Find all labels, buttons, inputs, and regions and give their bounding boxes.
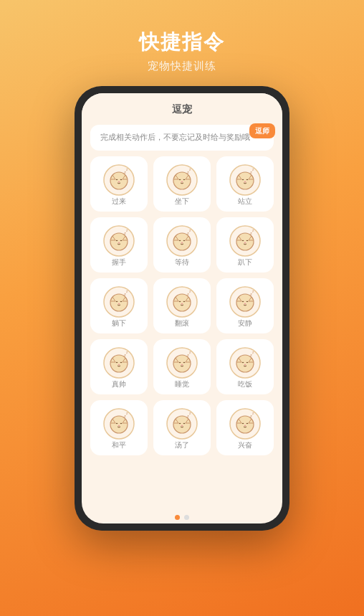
command-label-sit: 坐下 [175, 196, 189, 207]
svg-point-46 [118, 303, 120, 304]
cat-icon-peace: zz [102, 407, 135, 440]
svg-point-43 [110, 294, 128, 311]
cat-icon-come: zz [102, 164, 135, 196]
cat-icon-lie: zz [229, 224, 262, 257]
command-label-peace: 和平 [112, 440, 126, 450]
svg-point-50 [173, 294, 191, 311]
command-label-eat: 吃饭 [238, 379, 252, 389]
svg-point-36 [236, 233, 254, 250]
svg-point-85 [110, 416, 128, 433]
svg-point-4 [118, 181, 120, 182]
cat-icon-eat: zz [229, 346, 262, 379]
page-subtitle: 宠物快捷训练 [139, 60, 225, 73]
svg-point-88 [118, 425, 120, 426]
svg-point-39 [244, 242, 246, 243]
command-label-lie: 趴下 [238, 257, 252, 267]
svg-point-67 [118, 364, 120, 365]
command-item-roll[interactable]: zz翻滚 [153, 278, 211, 333]
cat-icon-sleep: zz [166, 346, 198, 379]
cat-icon-shake: zz [102, 224, 135, 257]
svg-point-53 [181, 303, 183, 304]
command-label-come: 过来 [112, 196, 126, 207]
svg-point-74 [181, 364, 183, 365]
command-label-excited: 兴奋 [238, 440, 252, 450]
command-label-stand: 站立 [238, 196, 252, 207]
phone-screen: 逗宠 完成相关动作后，不要忘记及时给与奖励哦 逗师 zz过来zz坐下zz站立zz… [82, 93, 282, 523]
svg-point-18 [244, 181, 246, 182]
svg-point-22 [110, 233, 128, 250]
commands-grid: zz过来zz坐下zz站立zz握手zz等待zz趴下zz躺下zz翻滚zz安静zz真帅… [90, 156, 274, 455]
cat-icon-laydown: zz [102, 285, 135, 318]
command-label-quiet: 安静 [238, 318, 252, 328]
command-item-shake[interactable]: zz握手 [90, 217, 148, 273]
tip-text: 完成相关动作后，不要忘记及时给与奖励哦 [100, 133, 250, 141]
command-label-handsome: 真帅 [112, 379, 126, 389]
svg-point-15 [236, 172, 254, 189]
svg-point-29 [173, 233, 191, 250]
command-item-excited[interactable]: zz兴奋 [216, 400, 274, 455]
svg-point-8 [173, 172, 191, 189]
commands-scroll: zz过来zz坐下zz站立zz握手zz等待zz趴下zz躺下zz翻滚zz安静zz真帅… [82, 156, 282, 508]
svg-point-99 [236, 416, 254, 433]
cat-icon-roll: zz [166, 285, 198, 318]
svg-point-81 [244, 364, 246, 365]
cat-icon-wait: zz [166, 224, 198, 257]
command-item-stand[interactable]: zz站立 [216, 156, 274, 212]
svg-point-95 [181, 425, 183, 426]
command-item-sleep[interactable]: zz睡觉 [153, 339, 211, 394]
command-item-done[interactable]: zz汤了 [153, 400, 211, 455]
command-item-wait[interactable]: zz等待 [153, 217, 211, 273]
command-label-shake: 握手 [112, 257, 126, 267]
command-item-quiet[interactable]: zz安静 [216, 278, 274, 333]
command-label-roll: 翻滚 [175, 318, 189, 328]
svg-point-92 [173, 416, 191, 433]
svg-point-32 [181, 242, 183, 243]
command-label-sleep: 睡觉 [175, 379, 189, 389]
cat-icon-handsome: zz [102, 346, 135, 379]
dot-1[interactable] [175, 515, 180, 520]
dot-indicators [82, 508, 282, 523]
svg-point-102 [244, 425, 246, 426]
svg-point-25 [118, 242, 120, 243]
svg-point-78 [236, 355, 254, 372]
command-item-handsome[interactable]: zz真帅 [90, 339, 148, 394]
svg-point-60 [244, 303, 246, 304]
cat-icon-sit: zz [166, 164, 198, 196]
tip-badge[interactable]: 逗师 [249, 123, 275, 138]
svg-point-1 [110, 172, 128, 189]
svg-point-64 [110, 355, 128, 372]
command-item-laydown[interactable]: zz躺下 [90, 278, 148, 333]
command-label-wait: 等待 [175, 257, 189, 267]
cat-icon-excited: zz [229, 407, 262, 440]
command-item-sit[interactable]: zz坐下 [153, 156, 211, 212]
cat-icon-quiet: zz [229, 285, 262, 318]
command-item-peace[interactable]: zz和平 [90, 400, 148, 455]
page-title: 快捷指令 [139, 29, 225, 56]
screen-title: 逗宠 [172, 103, 192, 115]
screen-header: 逗宠 [82, 93, 282, 120]
cat-icon-stand: zz [229, 164, 262, 196]
page-header: 快捷指令 宠物快捷训练 [139, 29, 225, 73]
svg-point-11 [181, 181, 183, 182]
phone-frame: 逗宠 完成相关动作后，不要忘记及时给与奖励哦 逗师 zz过来zz坐下zz站立zz… [75, 86, 289, 531]
command-label-laydown: 躺下 [112, 318, 126, 328]
command-item-come[interactable]: zz过来 [90, 156, 148, 212]
cat-icon-done: zz [166, 407, 198, 440]
tip-banner: 完成相关动作后，不要忘记及时给与奖励哦 逗师 [90, 125, 274, 151]
svg-point-71 [173, 355, 191, 372]
dot-2[interactable] [184, 515, 189, 520]
command-item-lie[interactable]: zz趴下 [216, 217, 274, 273]
svg-point-57 [236, 294, 254, 311]
command-item-eat[interactable]: zz吃饭 [216, 339, 274, 394]
command-label-done: 汤了 [175, 440, 189, 450]
